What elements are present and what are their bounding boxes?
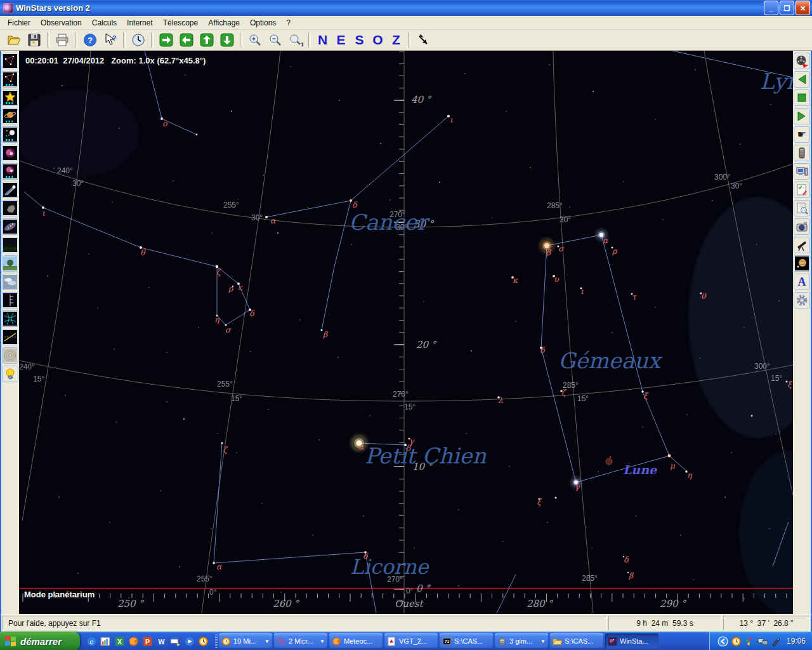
save-button[interactable]	[24, 30, 44, 50]
quicklaunch-outlook-icon[interactable]	[198, 636, 209, 647]
quicklaunch-word-icon[interactable]: W	[156, 636, 167, 647]
stop-icon[interactable]	[794, 90, 810, 106]
svg-text:15°: 15°	[33, 375, 44, 383]
south-button[interactable]: S	[350, 30, 369, 50]
menu-item-options[interactable]: Options	[245, 17, 281, 29]
menu-item-télescope[interactable]: Télescope	[158, 17, 203, 29]
task-button-winstars[interactable]: WinSta...	[605, 633, 658, 649]
letter-a-icon[interactable]: A	[794, 274, 810, 290]
print-button[interactable]	[52, 30, 72, 50]
svg-text:Cancer: Cancer	[349, 209, 430, 235]
task-button-folder[interactable]: S:\CAS...	[550, 633, 603, 649]
menu-item-affichage[interactable]: Affichage	[203, 17, 245, 29]
svg-text:270°: 270°	[393, 390, 409, 399]
pan-right-button[interactable]	[156, 30, 176, 50]
tray-network-icon[interactable]	[757, 636, 768, 646]
svg-text:A: A	[798, 275, 806, 288]
settings-gear-icon[interactable]	[794, 292, 810, 308]
quicklaunch-powerpoint-icon[interactable]: P	[142, 636, 153, 647]
west-button[interactable]: O	[369, 30, 387, 50]
graduations-icon[interactable]	[2, 292, 18, 308]
light-bulb-icon[interactable]	[2, 366, 18, 382]
quicklaunch-chart-icon[interactable]	[100, 636, 111, 647]
star-names-icon[interactable]	[2, 90, 18, 106]
group-chevron-icon: ▼	[265, 639, 270, 644]
tray-outlook-icon[interactable]	[731, 636, 741, 646]
equatorial-grid-icon[interactable]	[2, 310, 18, 327]
tray-hide-chevron-icon[interactable]	[717, 636, 728, 646]
checklist-icon[interactable]	[794, 182, 810, 198]
quicklaunch-firefox-icon[interactable]	[128, 636, 139, 647]
tray-pinwheel-icon[interactable]	[744, 636, 754, 646]
quicklaunch-media-icon[interactable]	[184, 636, 195, 647]
document-zoom-icon[interactable]	[794, 200, 810, 216]
constellation-names-icon[interactable]	[2, 71, 18, 88]
object-names-icon[interactable]	[2, 126, 18, 143]
computer-icon[interactable]	[794, 163, 810, 180]
tray-rocket-icon[interactable]	[771, 636, 781, 646]
svg-text:?: ?	[112, 34, 117, 42]
start-button[interactable]: démarrer	[0, 632, 80, 650]
east-button[interactable]: E	[332, 30, 350, 50]
horizon-day-icon[interactable]	[2, 255, 18, 272]
task-button-gimp[interactable]: 3 gim...▼	[495, 633, 548, 649]
nebula-images-icon[interactable]	[2, 145, 18, 161]
camera-icon[interactable]	[794, 218, 810, 235]
context-help-button[interactable]: ?	[100, 30, 121, 50]
menu-item-help[interactable]: ?	[281, 17, 296, 29]
toolbar-separator	[75, 32, 77, 48]
animation-icon[interactable]	[794, 53, 810, 69]
menu-item-observation[interactable]: Observation	[36, 17, 87, 29]
planet-names-icon[interactable]	[2, 108, 18, 124]
planet-view-icon[interactable]	[794, 255, 810, 272]
quicklaunch-excel-icon[interactable]: X	[114, 636, 125, 647]
zenith-button[interactable]: Z	[387, 30, 405, 50]
svg-text:30°: 30°	[72, 179, 84, 188]
pan-down-button[interactable]	[217, 30, 237, 50]
play-backward-icon[interactable]	[794, 71, 810, 88]
hand-pointer-icon[interactable]: ☛	[794, 126, 810, 143]
telescope-icon[interactable]	[794, 237, 810, 253]
play-forward-icon[interactable]	[794, 108, 810, 124]
milky-way-icon[interactable]	[2, 218, 18, 235]
task-button-outlook[interactable]: 10 Mi...▼	[219, 633, 272, 649]
quicklaunch-desktop-icon[interactable]	[170, 636, 181, 647]
sky-canvas[interactable]: 240°30°255°30°270°30°285°30°300°30°240°1…	[19, 51, 793, 614]
zoom-out-button[interactable]	[265, 30, 285, 50]
azimuthal-grid-disabled-icon[interactable]	[2, 347, 18, 364]
outlook-icon	[221, 637, 231, 646]
menu-item-calculs[interactable]: Calculs	[87, 17, 122, 29]
task-button-7z[interactable]: 7zS:\CAS...	[440, 633, 493, 649]
quicklaunch-ie-icon[interactable]: e	[86, 636, 97, 647]
horizon-night-icon[interactable]	[2, 237, 18, 253]
menu-item-internet[interactable]: Internet	[122, 17, 158, 29]
task-button-access[interactable]: 2 Micr...▼	[274, 633, 327, 649]
task-button-firefox[interactable]: Meteoc...	[329, 633, 383, 649]
sky-view[interactable]: 240°30°255°30°270°30°285°30°300°30°240°1…	[19, 51, 793, 614]
atmosphere-icon[interactable]	[2, 274, 18, 290]
pan-left-button[interactable]	[176, 30, 197, 50]
ecliptic-icon[interactable]	[2, 329, 18, 345]
status-help: Pour l'aide, appuyez sur F1	[3, 616, 606, 630]
help-button[interactable]: ?	[80, 30, 100, 50]
zoom-in-button[interactable]	[245, 30, 265, 50]
close-button[interactable]: ✕	[796, 1, 810, 15]
minimize-button[interactable]: _	[764, 1, 778, 15]
constellation-lines-icon[interactable]	[2, 53, 18, 69]
time-button[interactable]	[128, 30, 148, 50]
asteroids-icon[interactable]	[2, 200, 18, 216]
menu-item-fichier[interactable]: Fichier	[3, 17, 36, 29]
zoom-reset-button[interactable]: 1	[285, 30, 306, 50]
nebula-names-icon[interactable]	[2, 163, 18, 180]
task-button-pdf[interactable]: VGT_2...	[384, 633, 438, 649]
pan-up-button[interactable]	[197, 30, 217, 50]
restore-button[interactable]: ❐	[780, 1, 794, 15]
tower-icon[interactable]	[794, 145, 810, 161]
svg-text:Gémeaux: Gémeaux	[558, 348, 663, 373]
comets-icon[interactable]	[2, 182, 18, 198]
open-button[interactable]	[4, 30, 24, 50]
north-button[interactable]: N	[313, 30, 332, 50]
svg-text:ι: ι	[580, 286, 584, 296]
pan-tool-button[interactable]	[413, 30, 433, 50]
svg-text:7z: 7z	[445, 639, 450, 644]
